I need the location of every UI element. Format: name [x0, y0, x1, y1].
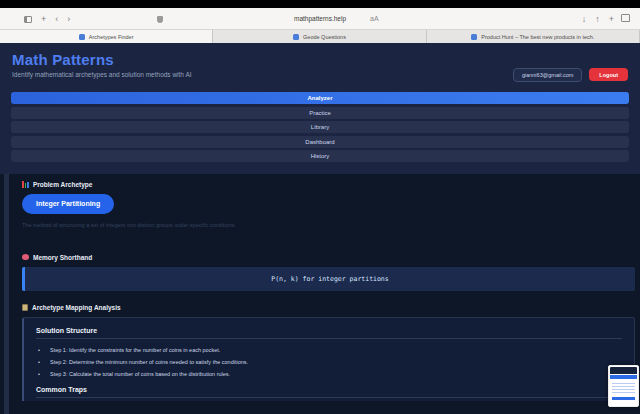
math-patterns-app: Math Patterns Identify mathematical arch…: [0, 43, 640, 414]
mini-window-body: [610, 379, 637, 404]
section-title: Problem Archetype: [33, 181, 92, 188]
solution-step: Step 3: Calculate the total number of co…: [36, 368, 622, 380]
solution-step: Step 2: Determine the minimum number of …: [36, 356, 622, 368]
user-email-chip: gianni63@gmail.com: [513, 68, 582, 82]
share-icon[interactable]: ↑: [595, 15, 600, 24]
solution-steps-list: Step 1: Identify the constraints for the…: [36, 344, 622, 380]
mini-window-thumbnail[interactable]: [608, 365, 639, 407]
page-subtitle: Identify mathematical archetypes and sol…: [12, 71, 192, 78]
problem-archetype-section: Problem Archetype Integer Partitioning T…: [22, 181, 635, 228]
section-title: Memory Shorthand: [33, 254, 92, 261]
analysis-section: Archetype Mapping Analysis Solution Stru…: [22, 304, 635, 401]
bar-chart-icon: [22, 181, 29, 188]
tab-label: Product Hunt – The best new products in …: [481, 34, 594, 40]
browser-toolbar: + ‹ › mathpatterns.help aA ↓ ↑ +: [0, 8, 640, 30]
address-bar[interactable]: mathpatterns.help: [0, 8, 640, 30]
solution-step: Step 1: Identify the constraints for the…: [36, 344, 622, 356]
content-area: Problem Archetype Integer Partitioning T…: [0, 174, 640, 414]
nav-history[interactable]: History: [11, 150, 629, 162]
section-title: Archetype Mapping Analysis: [32, 304, 121, 311]
nav-practice[interactable]: Practice: [11, 107, 629, 119]
divider: [36, 397, 622, 398]
nav-dashboard[interactable]: Dashboard: [11, 136, 629, 148]
main-nav: Analyzer Practice Library Dashboard Hist…: [0, 90, 640, 174]
tab-label: Geode Questions: [303, 34, 346, 40]
nav-analyzer[interactable]: Analyzer: [11, 92, 629, 104]
tab-favicon: [293, 34, 299, 40]
archetype-badge[interactable]: Integer Partitioning: [22, 194, 114, 214]
tab-overview-icon[interactable]: [623, 16, 630, 22]
brain-icon: [22, 254, 29, 260]
tab-archetypes-finder[interactable]: Archetypes Finder: [0, 30, 213, 43]
left-gutter: [4, 174, 9, 414]
memory-code-block: P(n, k) for integer partitions: [22, 267, 635, 291]
mini-window-titlebar: [610, 367, 637, 374]
app-header: Math Patterns Identify mathematical arch…: [0, 43, 640, 90]
common-traps-heading: Common Traps: [36, 386, 622, 393]
reader-options-icon[interactable]: aA: [370, 8, 379, 30]
archetype-description: The method of structuring a set of integ…: [22, 222, 635, 228]
tab-bar: Archetypes Finder Geode Questions Produc…: [0, 30, 640, 43]
page-title: Math Patterns: [12, 51, 192, 68]
logout-button[interactable]: Logout: [589, 68, 628, 81]
tab-favicon: [79, 34, 85, 40]
tab-favicon: [471, 34, 477, 40]
memory-shorthand-section: Memory Shorthand P(n, k) for integer par…: [22, 254, 635, 291]
downloads-icon[interactable]: ↓: [582, 15, 587, 24]
solution-structure-heading: Solution Structure: [36, 327, 622, 334]
menu-bar: [0, 0, 640, 8]
tab-label: Archetypes Finder: [89, 34, 134, 40]
tab-product-hunt[interactable]: Product Hunt – The best new products in …: [427, 30, 640, 43]
divider: [36, 338, 622, 339]
analysis-panel: Solution Structure Step 1: Identify the …: [22, 317, 635, 401]
screen: + ‹ › mathpatterns.help aA ↓ ↑ + Archety…: [0, 0, 640, 414]
nav-library[interactable]: Library: [11, 121, 629, 133]
clipboard-icon: [22, 304, 28, 311]
add-tab-icon[interactable]: +: [609, 15, 614, 24]
tab-geode-questions[interactable]: Geode Questions: [213, 30, 426, 43]
